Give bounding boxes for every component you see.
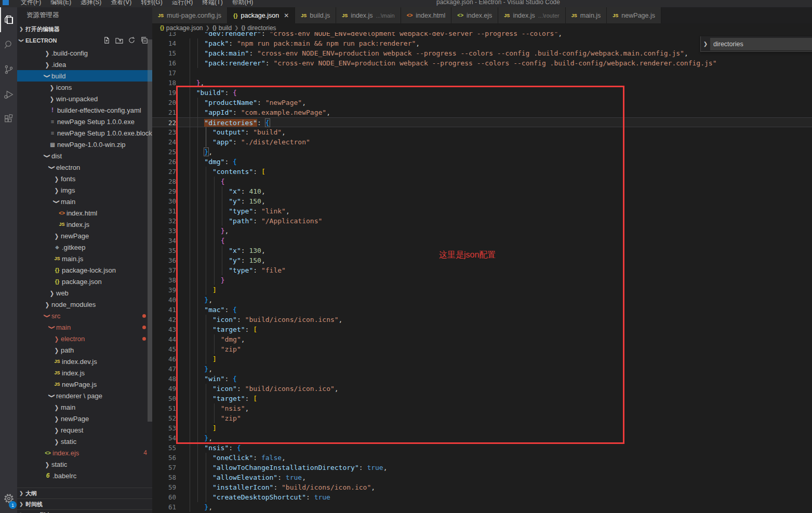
code-line-52[interactable]: 52 "zip" [152,413,812,423]
tree-file-index.html[interactable]: <>index.html [17,207,152,219]
code-line-42[interactable]: 42 "icon": "build/icons/icon.icns", [152,315,812,325]
code-line-27[interactable]: 27 "contents": [ [152,167,812,177]
sidebar-section-大纲[interactable]: ❯大纲 [17,488,152,498]
code-line-37[interactable]: 37 "type": "file" [152,265,812,275]
tree-folder-build[interactable]: ❯build [17,70,152,82]
find-input[interactable]: directories Aa ab [710,38,812,50]
refresh-icon[interactable] [128,36,136,45]
menu-item[interactable]: 选择(S) [76,0,106,7]
tree-folder-win-unpacked[interactable]: ❯win-unpacked [17,93,152,104]
code-line-23[interactable]: 23 "output": "build", [152,127,812,137]
menu-item[interactable]: 查看(V) [106,0,136,7]
code-line-21[interactable]: 21 "appId": "com.example.newPage", [152,107,812,117]
tree-folder-fonts[interactable]: ❯fonts [17,173,152,184]
code-line-50[interactable]: 50 "target": [ [152,394,812,403]
tree-folder-.build-config[interactable]: ❯.build-config [17,47,152,59]
tree-file-index.js[interactable]: JSindex.js [17,367,152,379]
code-line-48[interactable]: 48 "win": { [152,374,812,384]
code-line-16[interactable]: 16 "pack:renderer": "cross-env NODE_ENV=… [152,58,812,68]
tree-folder-src[interactable]: ❯src [17,310,152,321]
code-line-49[interactable]: 49 "icon": "build/icons/icon.ico", [152,384,812,394]
tree-folder-main[interactable]: ❯main [17,196,152,207]
tree-folder-static[interactable]: ❯static [17,436,152,447]
code-line-51[interactable]: 51 "nsis", [152,403,812,413]
open-editors-section[interactable]: ❯ 打开的编辑器 [17,23,152,35]
new-folder-icon[interactable] [115,36,123,45]
tab-muti-page.config.js[interactable]: JSmuti-page.config.js [152,7,228,23]
code-line-58[interactable]: 58 "allowElevation": true, [152,473,812,482]
tab-build.js[interactable]: JSbuild.js [295,7,336,23]
code-line-20[interactable]: 20 "productName": "newPage", [152,98,812,107]
breadcrumb-item-directories[interactable]: {}directories [241,24,276,32]
menu-item[interactable]: 文件(F) [16,0,46,7]
tree-folder-icons[interactable]: ❯icons [17,82,152,93]
code-line-54[interactable]: 54 }, [152,433,812,443]
code-line-17[interactable]: 17 [152,68,812,78]
tab-main.js[interactable]: JSmain.js [566,7,607,23]
code-line-35[interactable]: 35 "x": 130, [152,246,812,255]
tree-folder-electron[interactable]: ❯electron [17,161,152,173]
code-line-39[interactable]: 39 ] [152,285,812,295]
menu-item[interactable]: 编辑(E) [46,0,76,7]
code-line-24[interactable]: 24 "app": "./dist/electron" [152,137,812,147]
menu-item[interactable]: 转到(G) [136,0,167,7]
tree-folder-web[interactable]: ❯web [17,287,152,299]
new-file-icon[interactable] [103,36,111,45]
code-line-29[interactable]: 29 "x": 410, [152,186,812,196]
code-line-18[interactable]: 18 }, [152,78,812,88]
tree-folder-node-modules[interactable]: ❯node_modules [17,299,152,310]
tab-package.json[interactable]: {}package.json✕ [228,7,295,23]
breadcrumb-item-build[interactable]: {}build [212,24,232,32]
tree-file-.babelrc[interactable]: 6.babelrc [17,470,152,481]
collapse-all-icon[interactable] [140,36,148,45]
close-icon[interactable]: ✕ [284,12,289,19]
search-icon[interactable] [0,32,17,57]
tree-file-index.ejs[interactable]: <>index.ejs4 [17,447,152,458]
tree-folder-path[interactable]: ❯path [17,344,152,356]
tab-index.html[interactable]: <>index.html [401,7,452,23]
code-editor[interactable]: 13 "dev:renderer": "cross-env NODE_ENV=d… [152,32,812,513]
tree-file-package-lock.json[interactable]: {}package-lock.json [17,264,152,276]
code-line-38[interactable]: 38 } [152,275,812,285]
explorer-icon[interactable] [0,7,17,32]
source-control-icon[interactable] [0,57,17,82]
menu-item[interactable]: 帮助(H) [228,0,258,7]
code-line-59[interactable]: 59 "installerIcon": "build/icons/icon.ic… [152,482,812,492]
code-line-46[interactable]: 46 ] [152,354,812,364]
code-line-22[interactable]: 22 "directories": { [152,117,812,127]
code-line-55[interactable]: 55 "nsis": { [152,443,812,453]
code-line-45[interactable]: 45 "zip" [152,344,812,354]
menu-item[interactable]: 运行(R) [167,0,198,7]
code-line-57[interactable]: 57 "allowToChangeInstallationDirectory":… [152,463,812,473]
sidebar-section-NPM 脚本[interactable]: ❯NPM 脚本 [17,509,152,513]
code-line-40[interactable]: 40 }, [152,295,812,305]
code-line-28[interactable]: 28 { [152,177,812,186]
settings-gear-icon[interactable]: 1 [0,488,17,509]
breadcrumb-item-package.json[interactable]: {}package.json [160,24,203,32]
tree-folder-static[interactable]: ❯static [17,458,152,470]
tree-file-main.js[interactable]: JSmain.js [17,253,152,264]
menu-item[interactable]: 终端(T) [197,0,227,7]
code-line-34[interactable]: 34 { [152,236,812,246]
sidebar-section-时间线[interactable]: ❯时间线 [17,498,152,509]
extensions-icon[interactable] [0,107,17,132]
tree-file-index.dev.js[interactable]: JSindex.dev.js [17,356,152,367]
tree-folder-.idea[interactable]: ❯.idea [17,59,152,70]
code-line-32[interactable]: 32 "path": "/Applications" [152,216,812,226]
code-line-19[interactable]: 19 "build": { [152,88,812,98]
tree-folder-imgs[interactable]: ❯imgs [17,184,152,196]
tab-newPage.js[interactable]: JSnewPage.js [607,7,661,23]
tree-folder-main[interactable]: ❯main [17,321,152,333]
tree-file-newpage-1.0.0-win.zip[interactable]: ▤newPage-1.0.0-win.zip [17,139,152,150]
tree-folder-request[interactable]: ❯request [17,424,152,436]
code-line-60[interactable]: 60 "createDesktopShortcut": true [152,492,812,502]
tree-file-newpage.js[interactable]: JSnewPage.js [17,379,152,390]
tree-file-.gitkeep[interactable]: ◆.gitkeep [17,241,152,253]
sidebar-scrollbar[interactable] [148,39,152,422]
tree-folder-dist[interactable]: ❯dist [17,150,152,161]
code-line-53[interactable]: 53 ] [152,423,812,433]
tree-folder-newpage[interactable]: ❯newPage [17,413,152,424]
tree-file-newpage-setup-1.0.0.exe.blockmap[interactable]: ≡newPage Setup 1.0.0.exe.blockmap [17,127,152,139]
tab-index.js[interactable]: JSindex.js...\router [498,7,565,23]
tab-index.js[interactable]: JSindex.js...\main [336,7,401,23]
